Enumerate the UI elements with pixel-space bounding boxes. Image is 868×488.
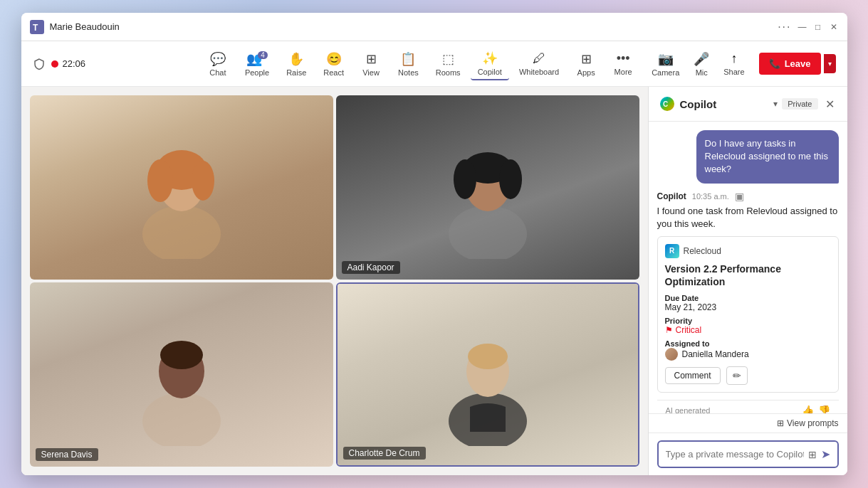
video-grid: Aadi Kapoor Serena Davis (21, 87, 648, 475)
priority-flag-icon: ⚑ (665, 325, 673, 335)
whiteboard-icon: 🖊 (533, 51, 545, 66)
rooms-label: Rooms (436, 68, 461, 77)
mic-button[interactable]: 🎤 Mic (688, 48, 715, 80)
prompts-icon: ⊞ (777, 418, 784, 428)
toolbar-right: 📷 Camera 🎤 Mic ↑ Share 📞 Leave ▾ (646, 48, 835, 80)
svg-point-10 (454, 159, 476, 199)
copilot-bot-name: Copilot (657, 191, 686, 201)
main-content: Aadi Kapoor Serena Davis (21, 87, 847, 475)
copilot-message-input[interactable] (666, 449, 804, 460)
copilot-close-button[interactable]: ✕ (822, 96, 837, 112)
task-assigned-field: Assigned to Daniella Mandera (665, 339, 831, 361)
react-label: React (323, 68, 344, 77)
notes-button[interactable]: 📋 Notes (391, 48, 426, 80)
video-cell-p1 (30, 95, 333, 280)
svg-point-14 (160, 341, 203, 369)
copilot-response: Copilot 10:35 a.m. ▣ I found one task fr… (657, 191, 839, 393)
thumbs-up-button[interactable]: 👍 (802, 405, 814, 413)
svg-text:T: T (33, 23, 38, 33)
priority-text: Critical (676, 325, 702, 335)
shield-icon (33, 58, 46, 70)
svg-text:C: C (663, 100, 668, 108)
react-button[interactable]: 😊 React (316, 48, 351, 80)
video-bg-p3 (30, 282, 333, 467)
view-prompts-label: View prompts (787, 418, 838, 428)
phone-icon: 📞 (769, 58, 780, 69)
leave-dropdown-button[interactable]: ▾ (824, 54, 836, 73)
edit-button[interactable]: ✏ (726, 366, 748, 385)
video-bg-p1 (30, 95, 333, 280)
ai-label: AI generated (666, 406, 711, 413)
mic-icon: 🎤 (694, 51, 709, 67)
raise-icon: ✋ (288, 51, 304, 67)
thumbs-down-button[interactable]: 👎 (818, 405, 830, 413)
react-icon: 😊 (326, 51, 342, 67)
copilot-header: C Copilot ▾ Private ✕ (649, 87, 847, 122)
input-send-button[interactable]: ➤ (821, 447, 830, 461)
message-icon: ▣ (735, 191, 744, 202)
task-title: Version 2.2 Performance Optimization (665, 262, 831, 288)
raise-button[interactable]: ✋ Raise (279, 48, 313, 80)
whiteboard-button[interactable]: 🖊 Whiteboard (512, 48, 566, 79)
task-actions: Comment ✏ (665, 366, 831, 385)
people-icon: 👥4 (246, 51, 268, 67)
meeting-toolbar: 22:06 💬 Chat 👥4 People ✋ Raise (21, 41, 847, 87)
rooms-button[interactable]: ⬚ Rooms (429, 48, 468, 80)
camera-label: Camera (652, 68, 679, 77)
apps-label: Apps (577, 68, 595, 77)
notes-label: Notes (398, 68, 419, 77)
copilot-time: 10:35 a.m. (692, 192, 729, 201)
window-title: Marie Beaudouin (50, 21, 778, 32)
copilot-title: Copilot (680, 98, 770, 110)
task-assigned-label: Assigned to (665, 339, 831, 348)
leave-button[interactable]: 📞 Leave (759, 53, 821, 75)
camera-button[interactable]: 📷 Camera (646, 48, 685, 80)
copilot-meta: Copilot 10:35 a.m. ▣ (657, 191, 839, 202)
participant-silhouette-p2 (431, 117, 545, 259)
task-priority-label: Priority (665, 317, 831, 325)
copilot-logo-icon: C (659, 95, 676, 112)
participant-name-p2: Aadi Kapoor (342, 261, 400, 274)
more-button[interactable]: ••• More (606, 48, 640, 79)
close-button[interactable]: ✕ (829, 22, 839, 32)
view-icon: ⊞ (366, 51, 377, 67)
task-priority-value: ⚑ Critical (665, 325, 831, 335)
people-label: People (245, 68, 269, 77)
private-badge: Private (782, 98, 817, 110)
share-label: Share (723, 68, 744, 76)
chat-button[interactable]: 💬 Chat (201, 48, 235, 80)
copilot-chat-area: Do I have any tasks in Relecloud assigne… (649, 122, 847, 413)
leave-label: Leave (785, 58, 811, 69)
video-cell-p2: Aadi Kapoor (336, 95, 639, 280)
minimize-button[interactable]: — (798, 22, 807, 32)
title-bar: T Marie Beaudouin ··· — □ ✕ (21, 13, 847, 41)
view-label: View (362, 68, 380, 77)
more-icon: ••• (617, 51, 630, 66)
view-prompts-button[interactable]: ⊞ View prompts (777, 418, 838, 428)
input-format-button[interactable]: ⊞ (808, 449, 817, 460)
rooms-icon: ⬚ (442, 51, 454, 67)
comment-button[interactable]: Comment (665, 367, 721, 384)
copilot-button[interactable]: ✨ Copilot (471, 48, 509, 80)
view-prompts-row: ⊞ View prompts (649, 413, 847, 433)
participant-name-p4: Charlotte De Crum (343, 447, 426, 460)
more-options-icon[interactable]: ··· (778, 21, 791, 33)
svg-point-12 (142, 393, 221, 446)
copilot-label: Copilot (478, 68, 502, 76)
chat-label: Chat (209, 68, 226, 77)
video-cell-p3: Serena Davis (30, 282, 333, 467)
maximize-button[interactable]: □ (813, 22, 823, 32)
apps-button[interactable]: ⊞ Apps (569, 48, 603, 80)
copilot-chevron-icon[interactable]: ▾ (773, 99, 778, 109)
svg-point-17 (468, 344, 508, 369)
people-button[interactable]: 👥4 People (238, 48, 276, 80)
copilot-icon: ✨ (482, 51, 498, 66)
participant-silhouette-p1 (125, 117, 239, 259)
share-button[interactable]: ↑ Share (718, 48, 750, 79)
svg-point-2 (142, 206, 221, 259)
task-app-name: Relecloud (684, 246, 721, 256)
view-button[interactable]: ⊞ View (354, 48, 388, 80)
task-assigned-row: Daniella Mandera (665, 348, 831, 361)
toolbar-center: 💬 Chat 👥4 People ✋ Raise 😊 React (201, 48, 640, 80)
video-bg-p2 (336, 95, 639, 280)
